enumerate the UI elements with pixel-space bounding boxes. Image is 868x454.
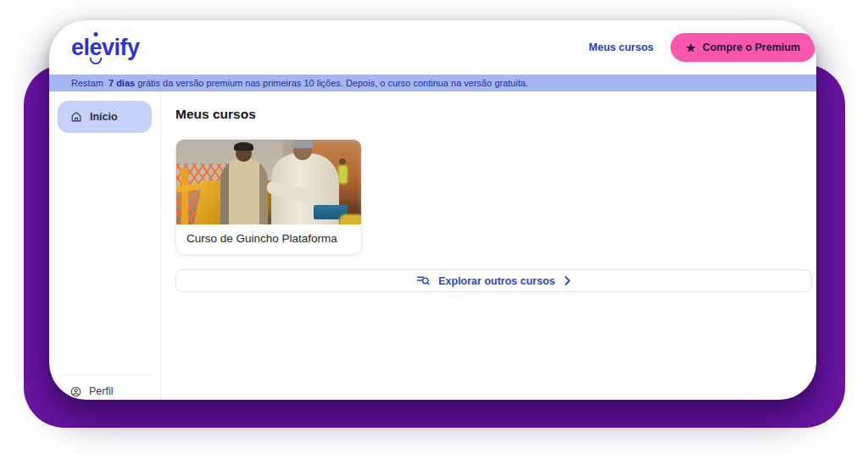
- sidebar-item-label: Início: [90, 111, 118, 123]
- course-card[interactable]: Curso de Guincho Plataforma: [175, 139, 362, 255]
- yellow-equipment-art: [339, 214, 361, 224]
- worker-left-figure: [220, 158, 268, 224]
- logo-text-suffix: vify: [102, 35, 140, 61]
- buy-premium-button[interactable]: ★ Compre o Premium: [670, 33, 815, 62]
- hivis-vest-art: [338, 165, 348, 184]
- sidebar-item-inicio[interactable]: Início: [58, 101, 152, 133]
- elevify-logo[interactable]: elevify: [71, 35, 140, 61]
- worker-left-cap: [234, 142, 253, 151]
- nav-link-meus-cursos[interactable]: Meus cursos: [589, 42, 654, 53]
- main-content: Meus cursos: [161, 91, 816, 400]
- trial-banner: Restam 7 dias grátis da versão premium n…: [49, 75, 816, 91]
- chevron-right-icon: [564, 276, 571, 285]
- explore-courses-button[interactable]: Explorar outros cursos: [175, 269, 812, 292]
- sidebar: Início Perfil: [49, 91, 161, 400]
- logo-styled-e: e: [90, 35, 103, 61]
- app-body: Início Perfil Meus cursos: [49, 91, 816, 400]
- app-header: elevify Meus cursos ★ Compre o Premium: [49, 20, 816, 75]
- page: elevify Meus cursos ★ Compre o Premium R…: [0, 0, 868, 454]
- sidebar-divider: [58, 374, 152, 375]
- course-image: [176, 140, 361, 224]
- app-window: elevify Meus cursos ★ Compre o Premium R…: [49, 20, 816, 400]
- person-icon: [70, 386, 81, 397]
- sidebar-item-label: Perfil: [89, 385, 113, 397]
- home-icon: [70, 111, 82, 123]
- logo-text-prefix: el: [71, 35, 90, 61]
- trial-banner-prefix: Restam: [71, 78, 106, 88]
- trial-days-remaining: 7 dias: [108, 78, 135, 88]
- course-title: Curso de Guincho Plataforma: [176, 224, 361, 254]
- page-title: Meus cursos: [175, 107, 812, 122]
- explore-courses-label: Explorar outros cursos: [438, 275, 555, 287]
- search-list-icon: [416, 274, 430, 287]
- star-icon: ★: [686, 42, 696, 53]
- yellow-frame-art: [181, 169, 188, 224]
- background-worker-art: [339, 158, 346, 165]
- worker-right-cap: [292, 140, 314, 148]
- buy-premium-label: Compre o Premium: [703, 42, 800, 53]
- header-nav: Meus cursos ★ Compre o Premium: [589, 33, 815, 62]
- trial-banner-suffix: grátis da versão premium nas primeiras 1…: [137, 78, 528, 88]
